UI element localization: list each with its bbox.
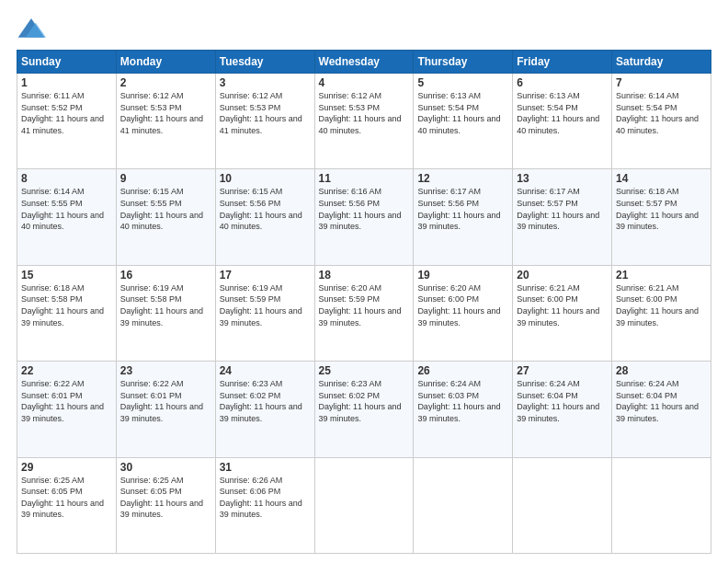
calendar-cell: 4 Sunrise: 6:12 AMSunset: 5:53 PMDayligh… [314,74,414,169]
day-info: Sunrise: 6:22 AMSunset: 6:01 PMDaylight:… [120,379,203,423]
day-number: 22 [21,364,112,377]
header [17,17,711,42]
day-info: Sunrise: 6:17 AMSunset: 5:56 PMDaylight:… [417,187,500,231]
day-info: Sunrise: 6:12 AMSunset: 5:53 PMDaylight:… [220,91,302,135]
weekday-header-thursday: Thursday [414,51,513,74]
calendar-cell: 5 Sunrise: 6:13 AMSunset: 5:54 PMDayligh… [414,74,513,169]
calendar-cell: 21 Sunrise: 6:21 AMSunset: 6:00 PMDaylig… [612,265,711,361]
calendar-cell: 9 Sunrise: 6:15 AMSunset: 5:55 PMDayligh… [116,169,215,265]
calendar-cell: 24 Sunrise: 6:23 AMSunset: 6:02 PMDaylig… [215,362,314,457]
day-info: Sunrise: 6:14 AMSunset: 5:55 PMDaylight:… [21,187,104,231]
day-info: Sunrise: 6:26 AMSunset: 6:06 PMDaylight:… [220,476,302,520]
day-info: Sunrise: 6:23 AMSunset: 6:02 PMDaylight:… [220,379,302,423]
calendar-week-5: 29 Sunrise: 6:25 AMSunset: 6:05 PMDaylig… [17,457,711,553]
calendar-cell: 17 Sunrise: 6:19 AMSunset: 5:59 PMDaylig… [215,265,314,361]
day-info: Sunrise: 6:19 AMSunset: 5:58 PMDaylight:… [120,283,203,327]
calendar-cell [513,457,612,553]
day-number: 13 [517,172,608,185]
day-info: Sunrise: 6:12 AMSunset: 5:53 PMDaylight:… [319,91,402,135]
calendar-cell: 13 Sunrise: 6:17 AMSunset: 5:57 PMDaylig… [513,169,612,265]
day-number: 4 [319,76,410,89]
day-info: Sunrise: 6:21 AMSunset: 6:00 PMDaylight:… [616,283,699,327]
calendar-cell: 10 Sunrise: 6:15 AMSunset: 5:56 PMDaylig… [215,169,314,265]
day-number: 30 [120,461,211,474]
day-info: Sunrise: 6:20 AMSunset: 6:00 PMDaylight:… [417,283,500,327]
day-number: 20 [517,269,608,282]
day-number: 29 [21,461,112,474]
calendar-cell: 31 Sunrise: 6:26 AMSunset: 6:06 PMDaylig… [215,457,314,553]
calendar-table: SundayMondayTuesdayWednesdayThursdayFrid… [17,50,711,554]
calendar-header-row: SundayMondayTuesdayWednesdayThursdayFrid… [17,51,711,74]
day-info: Sunrise: 6:18 AMSunset: 5:58 PMDaylight:… [21,283,104,327]
day-info: Sunrise: 6:25 AMSunset: 6:05 PMDaylight:… [21,476,104,520]
day-info: Sunrise: 6:24 AMSunset: 6:04 PMDaylight:… [517,379,599,423]
calendar-cell: 6 Sunrise: 6:13 AMSunset: 5:54 PMDayligh… [513,74,612,169]
page: SundayMondayTuesdayWednesdayThursdayFrid… [0,0,728,563]
day-number: 10 [220,172,311,185]
day-number: 2 [120,76,211,89]
day-info: Sunrise: 6:15 AMSunset: 5:56 PMDaylight:… [220,187,302,231]
calendar-cell: 25 Sunrise: 6:23 AMSunset: 6:02 PMDaylig… [314,362,414,457]
calendar-cell: 3 Sunrise: 6:12 AMSunset: 5:53 PMDayligh… [215,74,314,169]
day-number: 12 [417,172,508,185]
calendar-cell: 20 Sunrise: 6:21 AMSunset: 6:00 PMDaylig… [513,265,612,361]
day-number: 6 [517,76,608,89]
day-info: Sunrise: 6:24 AMSunset: 6:04 PMDaylight:… [616,379,699,423]
day-number: 9 [120,172,211,185]
calendar-cell: 2 Sunrise: 6:12 AMSunset: 5:53 PMDayligh… [116,74,215,169]
weekday-header-sunday: Sunday [17,51,117,74]
calendar-cell: 7 Sunrise: 6:14 AMSunset: 5:54 PMDayligh… [612,74,711,169]
calendar-week-4: 22 Sunrise: 6:22 AMSunset: 6:01 PMDaylig… [17,362,711,457]
day-number: 8 [21,172,112,185]
calendar-cell: 1 Sunrise: 6:11 AMSunset: 5:52 PMDayligh… [17,74,117,169]
weekday-header-tuesday: Tuesday [215,51,314,74]
day-number: 11 [319,172,410,185]
day-info: Sunrise: 6:11 AMSunset: 5:52 PMDaylight:… [21,91,104,135]
calendar-cell: 15 Sunrise: 6:18 AMSunset: 5:58 PMDaylig… [17,265,117,361]
calendar-cell: 22 Sunrise: 6:22 AMSunset: 6:01 PMDaylig… [17,362,117,457]
logo-icon [17,17,46,42]
calendar-cell: 29 Sunrise: 6:25 AMSunset: 6:05 PMDaylig… [17,457,117,553]
day-info: Sunrise: 6:21 AMSunset: 6:00 PMDaylight:… [517,283,599,327]
calendar-cell: 8 Sunrise: 6:14 AMSunset: 5:55 PMDayligh… [17,169,117,265]
day-number: 7 [616,76,707,89]
day-info: Sunrise: 6:13 AMSunset: 5:54 PMDaylight:… [517,91,599,135]
weekday-header-saturday: Saturday [612,51,711,74]
day-number: 23 [120,364,211,377]
day-info: Sunrise: 6:13 AMSunset: 5:54 PMDaylight:… [417,91,500,135]
day-info: Sunrise: 6:14 AMSunset: 5:54 PMDaylight:… [616,91,699,135]
day-info: Sunrise: 6:17 AMSunset: 5:57 PMDaylight:… [517,187,599,231]
day-info: Sunrise: 6:22 AMSunset: 6:01 PMDaylight:… [21,379,104,423]
day-number: 18 [319,269,410,282]
day-number: 28 [616,364,707,377]
calendar-cell: 23 Sunrise: 6:22 AMSunset: 6:01 PMDaylig… [116,362,215,457]
logo [17,17,50,42]
day-info: Sunrise: 6:12 AMSunset: 5:53 PMDaylight:… [120,91,203,135]
day-number: 19 [417,269,508,282]
calendar-cell: 16 Sunrise: 6:19 AMSunset: 5:58 PMDaylig… [116,265,215,361]
calendar-cell [414,457,513,553]
day-info: Sunrise: 6:15 AMSunset: 5:55 PMDaylight:… [120,187,203,231]
calendar-cell [314,457,414,553]
calendar-cell: 19 Sunrise: 6:20 AMSunset: 6:00 PMDaylig… [414,265,513,361]
calendar-cell: 11 Sunrise: 6:16 AMSunset: 5:56 PMDaylig… [314,169,414,265]
day-number: 3 [220,76,311,89]
day-info: Sunrise: 6:25 AMSunset: 6:05 PMDaylight:… [120,476,203,520]
calendar-cell: 12 Sunrise: 6:17 AMSunset: 5:56 PMDaylig… [414,169,513,265]
day-info: Sunrise: 6:19 AMSunset: 5:59 PMDaylight:… [220,283,302,327]
weekday-header-monday: Monday [116,51,215,74]
calendar-cell: 27 Sunrise: 6:24 AMSunset: 6:04 PMDaylig… [513,362,612,457]
calendar-cell [612,457,711,553]
calendar-cell: 26 Sunrise: 6:24 AMSunset: 6:03 PMDaylig… [414,362,513,457]
calendar-cell: 28 Sunrise: 6:24 AMSunset: 6:04 PMDaylig… [612,362,711,457]
day-number: 14 [616,172,707,185]
day-number: 5 [417,76,508,89]
weekday-header-wednesday: Wednesday [314,51,414,74]
calendar-week-2: 8 Sunrise: 6:14 AMSunset: 5:55 PMDayligh… [17,169,711,265]
day-number: 1 [21,76,112,89]
day-number: 31 [220,461,311,474]
day-number: 26 [417,364,508,377]
day-info: Sunrise: 6:20 AMSunset: 5:59 PMDaylight:… [319,283,402,327]
day-number: 27 [517,364,608,377]
day-info: Sunrise: 6:18 AMSunset: 5:57 PMDaylight:… [616,187,699,231]
